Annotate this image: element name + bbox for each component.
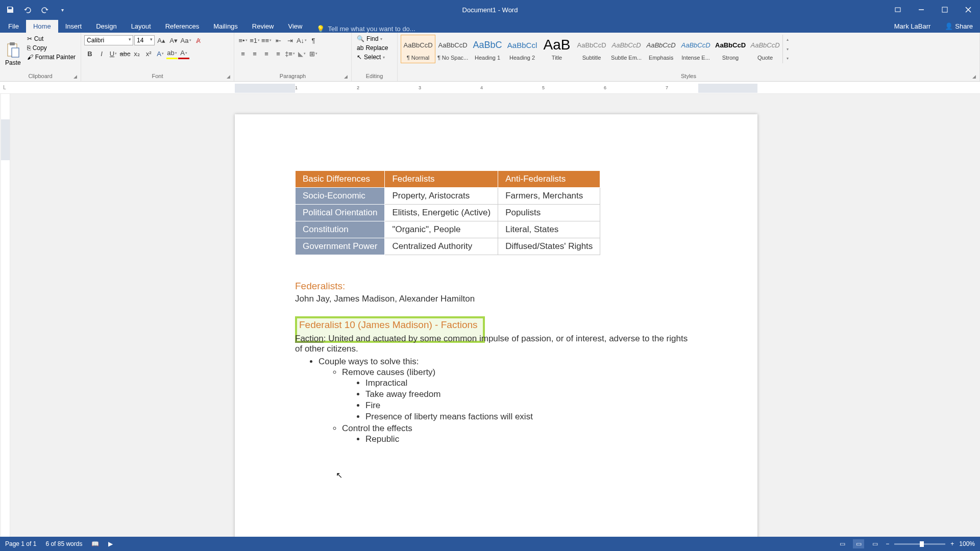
vertical-scrollbar[interactable] <box>971 94 980 537</box>
tab-view[interactable]: View <box>281 20 309 33</box>
macro-icon[interactable]: ▶ <box>108 540 113 547</box>
find-icon: 🔍 <box>357 35 364 42</box>
group-editing: 🔍Find▾ abReplace ↖Select▾ Editing <box>352 33 398 81</box>
tab-selector[interactable]: L <box>0 82 9 93</box>
highlight-icon[interactable]: ab <box>166 48 178 59</box>
align-left-icon[interactable]: ≡ <box>237 48 249 59</box>
clear-formatting-icon[interactable]: A̷ <box>192 35 204 46</box>
underline-icon[interactable]: U <box>108 48 119 59</box>
style-intense-e-[interactable]: AaBbCcDIntense E... <box>678 35 713 63</box>
zoom-in-icon[interactable]: + <box>950 540 954 547</box>
paragraph-launcher-icon[interactable]: ◢ <box>344 74 350 80</box>
share-button[interactable]: 👤 Share <box>938 20 980 33</box>
font-name-combo[interactable]: Calibri <box>84 35 133 45</box>
page-indicator[interactable]: Page 1 of 1 <box>5 540 36 547</box>
scissors-icon: ✂ <box>27 35 32 42</box>
font-launcher-icon[interactable]: ◢ <box>227 74 233 80</box>
cut-button[interactable]: ✂Cut <box>25 35 78 43</box>
line-spacing-icon[interactable]: ‡≡ <box>284 48 296 59</box>
table-header: Anti-Federalists <box>498 171 600 188</box>
style--no-spac-[interactable]: AaBbCcD¶ No Spac... <box>435 35 470 63</box>
redo-icon[interactable] <box>39 4 51 16</box>
word-count[interactable]: 6 of 85 words <box>45 540 82 547</box>
close-icon[interactable] <box>957 0 980 19</box>
grow-font-icon[interactable]: A▴ <box>156 35 167 46</box>
table-row: Constitution"Organic", PeopleLiteral, St… <box>296 221 600 238</box>
style-label: Subtle Em... <box>611 55 642 61</box>
tab-insert[interactable]: Insert <box>58 20 89 33</box>
style-label: Heading 1 <box>475 55 500 61</box>
style-title[interactable]: AaBTitle <box>540 35 574 63</box>
style-emphasis[interactable]: AaBbCcDEmphasis <box>644 35 678 63</box>
superscript-icon[interactable]: x² <box>143 48 154 59</box>
maximize-icon[interactable] <box>933 0 957 19</box>
increase-indent-icon[interactable]: ⇥ <box>284 35 296 46</box>
ribbon-display-icon[interactable] <box>886 0 910 19</box>
clipboard-group-label: Clipboard <box>3 73 78 80</box>
tell-me-search[interactable]: 💡 Tell me what you want to do... <box>309 25 887 33</box>
show-marks-icon[interactable]: ¶ <box>308 35 319 46</box>
select-button[interactable]: ↖Select▾ <box>355 53 394 61</box>
spellcheck-icon[interactable]: 📖 <box>91 540 99 547</box>
sort-icon[interactable]: A↓ <box>296 35 307 46</box>
align-center-icon[interactable]: ≡ <box>249 48 260 59</box>
minimize-icon[interactable] <box>910 0 933 19</box>
tab-layout[interactable]: Layout <box>124 20 158 33</box>
style-label: Emphasis <box>649 55 673 61</box>
paste-button[interactable]: Paste <box>3 35 23 73</box>
tab-home[interactable]: Home <box>26 20 58 33</box>
style-strong[interactable]: AaBbCcDStrong <box>713 35 748 63</box>
web-layout-icon[interactable]: ▭ <box>869 539 880 548</box>
decrease-indent-icon[interactable]: ⇤ <box>273 35 284 46</box>
styles-launcher-icon[interactable]: ◢ <box>972 74 978 80</box>
tab-review[interactable]: Review <box>245 20 281 33</box>
justify-icon[interactable]: ≡ <box>273 48 284 59</box>
styles-more-button[interactable]: ▴▾▾ <box>782 35 792 63</box>
replace-button[interactable]: abReplace <box>355 44 394 52</box>
vertical-ruler[interactable] <box>1 94 10 537</box>
align-right-icon[interactable]: ≡ <box>261 48 272 59</box>
undo-icon[interactable] <box>21 4 34 16</box>
find-button[interactable]: 🔍Find▾ <box>355 35 394 43</box>
style--normal[interactable]: AaBbCcD¶ Normal <box>401 35 435 63</box>
shrink-font-icon[interactable]: A▾ <box>168 35 179 46</box>
select-label: Select <box>364 54 381 61</box>
bold-icon[interactable]: B <box>84 48 95 59</box>
style-quote[interactable]: AaBbCcDQuote <box>748 35 782 63</box>
tab-file[interactable]: File <box>1 20 26 33</box>
svg-rect-0 <box>895 8 900 12</box>
italic-icon[interactable]: I <box>96 48 107 59</box>
document-page[interactable]: Basic DifferencesFederalistsAnti-Federal… <box>235 114 757 537</box>
zoom-slider[interactable] <box>894 543 945 545</box>
style-heading-1[interactable]: AaBbCHeading 1 <box>470 35 505 63</box>
style-subtitle[interactable]: AaBbCcDSubtitle <box>574 35 609 63</box>
group-paragraph: ≡• ≡1 ≡≡ ⇤ ⇥ A↓ ¶ ≡ ≡ ≡ ≡ ‡≡ ◣ ⊞ Paragra… <box>234 33 352 81</box>
tab-references[interactable]: References <box>158 20 206 33</box>
subscript-icon[interactable]: x₂ <box>131 48 142 59</box>
copy-button[interactable]: ⎘Copy <box>25 44 78 52</box>
style-subtle-em-[interactable]: AaBbCcDSubtle Em... <box>609 35 644 63</box>
text-effects-icon[interactable]: A <box>155 48 166 59</box>
borders-icon[interactable]: ⊞ <box>308 48 319 59</box>
style-heading-2[interactable]: AaBbCclHeading 2 <box>505 35 540 63</box>
save-icon[interactable] <box>4 4 16 16</box>
account-name[interactable]: Mark LaBarr <box>887 20 938 33</box>
numbering-icon[interactable]: ≡1 <box>249 35 260 46</box>
bullets-icon[interactable]: ≡• <box>237 35 249 46</box>
clipboard-launcher-icon[interactable]: ◢ <box>74 74 80 80</box>
zoom-out-icon[interactable]: − <box>886 540 889 547</box>
zoom-level[interactable]: 100% <box>959 540 975 547</box>
tab-mailings[interactable]: Mailings <box>206 20 245 33</box>
print-layout-icon[interactable]: ▭ <box>853 539 864 548</box>
multilevel-icon[interactable]: ≡≡ <box>261 35 272 46</box>
change-case-icon[interactable]: Aa <box>180 35 191 46</box>
strikethrough-icon[interactable]: abc <box>119 48 131 59</box>
read-mode-icon[interactable]: ▭ <box>837 539 848 548</box>
font-size-combo[interactable]: 14 <box>134 35 155 45</box>
tab-design[interactable]: Design <box>89 20 124 33</box>
qat-customize-icon[interactable]: ▾ <box>56 4 68 16</box>
font-color-icon[interactable]: A <box>178 48 189 59</box>
format-painter-button[interactable]: 🖌Format Painter <box>25 53 78 61</box>
shading-icon[interactable]: ◣ <box>296 48 307 59</box>
horizontal-ruler[interactable]: 1234567 <box>235 84 757 93</box>
